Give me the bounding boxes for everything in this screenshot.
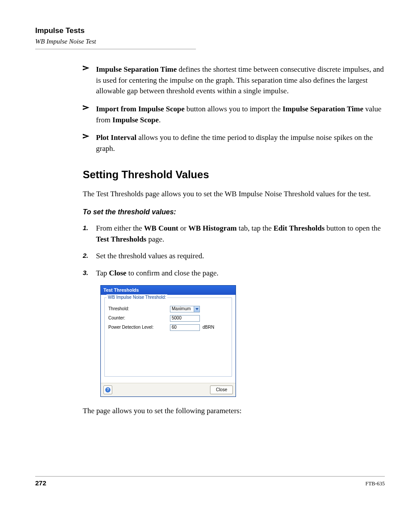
threshold-groupbox: WB Impulse Noise Threshold: Threshold: M… <box>104 297 232 377</box>
step-item: 1.From either the WB Count or WB Histogr… <box>83 223 385 245</box>
power-label: Power Detection Level: <box>108 324 170 331</box>
threshold-value: Maximum <box>172 306 191 312</box>
svg-marker-1 <box>83 105 89 110</box>
help-button[interactable]: ? <box>103 385 112 394</box>
dialog-title: Test Thresholds <box>101 286 236 295</box>
step-text: Set the threshold values as required. <box>96 251 385 262</box>
step-item: 3.Tap Close to confirm and close the pag… <box>83 268 385 279</box>
test-thresholds-dialog: Test Thresholds WB Impulse Noise Thresho… <box>100 285 236 397</box>
bullet-text: Plot Interval allows you to define the t… <box>96 132 385 154</box>
threshold-dropdown[interactable]: Maximum <box>170 306 200 312</box>
svg-marker-0 <box>83 66 89 70</box>
step-text: From either the WB Count or WB Histogram… <box>96 223 385 245</box>
svg-marker-3 <box>195 308 199 310</box>
procedure-heading: To set the threshold values: <box>83 207 385 217</box>
bullet-item: Impulse Separation Time defines the shor… <box>83 64 385 97</box>
svg-marker-2 <box>83 134 89 139</box>
outro-paragraph: The page allows you to set the following… <box>83 406 385 417</box>
pointer-icon <box>83 64 96 97</box>
intro-paragraph: The Test Thresholds page allows you to s… <box>83 189 385 200</box>
counter-value: 5000 <box>172 315 181 322</box>
bullet-item: Import from Impulse Scope button allows … <box>83 104 385 125</box>
step-marker: 3. <box>83 268 96 279</box>
bullet-text: Impulse Separation Time defines the shor… <box>96 64 385 97</box>
bullet-text: Import from Impulse Scope button allows … <box>96 104 385 125</box>
step-item: 2.Set the threshold values as required. <box>83 251 385 262</box>
step-text: Tap Close to confirm and close the page. <box>96 268 385 279</box>
document-id: FTB-635 <box>365 481 385 487</box>
threshold-label: Threshold: <box>108 306 170 312</box>
pointer-icon <box>83 104 96 125</box>
close-button[interactable]: Close <box>210 385 233 395</box>
step-marker: 2. <box>83 251 96 262</box>
header-divider <box>35 49 196 49</box>
step-marker: 1. <box>83 223 96 245</box>
counter-label: Counter: <box>108 315 170 322</box>
page-number: 272 <box>35 479 46 487</box>
power-input[interactable]: 60 <box>170 324 200 331</box>
groupbox-label: WB Impulse Noise Threshold: <box>107 294 167 301</box>
power-value: 60 <box>172 324 177 331</box>
power-unit: dBRN <box>203 324 214 331</box>
help-icon: ? <box>105 387 111 393</box>
counter-input[interactable]: 5000 <box>170 315 200 322</box>
footer-divider <box>35 476 385 477</box>
chapter-title: Impulse Tests <box>35 26 385 35</box>
pointer-icon <box>83 132 96 154</box>
bullet-item: Plot Interval allows you to define the t… <box>83 132 385 154</box>
chevron-down-icon[interactable] <box>194 306 199 312</box>
section-heading: Setting Threshold Values <box>83 167 385 183</box>
section-subtitle: WB Impulse Noise Test <box>35 38 385 45</box>
